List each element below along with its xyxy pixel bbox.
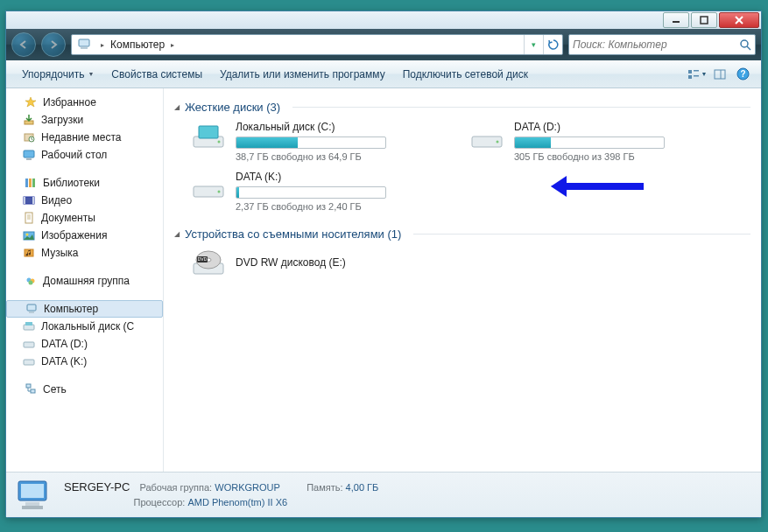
view-options-button[interactable]: ▼ [687,64,708,85]
section-removable[interactable]: ◢ Устройства со съемными носителями (1) [174,228,750,241]
drive-item[interactable]: DATA (D:) 305 ГБ свободно из 398 ГБ [469,121,722,162]
video-icon [22,193,36,207]
sidebar-item-label: Загрузки [41,114,83,126]
sidebar-computer[interactable]: Компьютер [6,300,163,318]
drive-name: DATA (K:) [236,171,444,183]
homegroup-icon [24,274,38,288]
svg-rect-10 [688,75,692,79]
svg-rect-19 [24,150,34,158]
sidebar-drive-d[interactable]: DATA (D:) [6,335,163,353]
drive-icon [22,354,36,368]
sidebar-item-label: Музыка [41,247,78,259]
network-icon [24,382,38,396]
sidebar-drive-k[interactable]: DATA (K:) [6,353,163,370]
svg-rect-21 [25,178,28,187]
svg-rect-12 [715,70,725,79]
svg-rect-53 [567,183,644,190]
capacity-bar [236,136,386,149]
chevron-right-icon: ▸ [99,41,106,49]
section-title: Жесткие диски (3) [185,101,280,114]
star-icon [24,95,38,109]
removable-grid: DVD DVD RW дисковод (E:) [190,248,750,279]
collapse-icon: ◢ [174,230,180,238]
system-properties-button[interactable]: Свойства системы [102,60,211,88]
content-pane: ◢ Жесткие диски (3) Локальный диск (C:) … [164,88,761,472]
pictures-icon [22,228,36,242]
help-button[interactable]: ? [732,64,753,85]
section-hard-disks[interactable]: ◢ Жесткие диски (3) [174,101,750,114]
drive-item[interactable]: Локальный диск (C:) 38,7 ГБ свободно из … [190,121,444,162]
chevron-right-icon: ▸ [169,41,176,49]
svg-rect-45 [31,389,35,393]
refresh-button[interactable] [543,35,562,54]
sidebar-item-label: Документы [41,212,95,224]
drive-info: 305 ГБ свободно из 398 ГБ [514,151,722,162]
sidebar-network[interactable]: Сеть [6,381,163,398]
svg-line-7 [747,46,750,50]
svg-point-48 [218,141,221,144]
forward-button[interactable] [41,32,66,57]
sidebar-item-label: Локальный диск (C [41,320,134,332]
sidebar-music[interactable]: Музыка [6,244,163,262]
workgroup-label: Рабочая группа: [139,482,212,493]
memory-label: Память: [306,482,342,493]
section-title: Устройства со съемными носителями (1) [185,228,401,241]
drive-info: 38,7 ГБ свободно из 64,9 ГБ [236,151,444,162]
sidebar-videos[interactable]: Видео [6,192,163,209]
sidebar-downloads[interactable]: Загрузки [6,111,163,129]
breadcrumb-item[interactable]: Компьютер [109,38,166,51]
sidebar-libraries[interactable]: Библиотеки [6,174,163,192]
uninstall-program-button[interactable]: Удалить или изменить программу [211,60,394,88]
computer-large-icon [15,478,53,513]
close-button[interactable] [719,12,759,28]
annotation-arrow [549,176,645,197]
address-bar[interactable]: ▸ Компьютер ▸ ▾ [71,34,563,55]
computer-icon [25,302,39,316]
address-dropdown-button[interactable]: ▾ [524,35,543,54]
sidebar-documents[interactable]: Документы [6,209,163,227]
music-icon [22,246,36,260]
sidebar-homegroup[interactable]: Домашняя группа [6,272,163,290]
drive-name: DVD RW дисковод (E:) [236,256,444,269]
svg-rect-62 [22,506,43,509]
cpu-value: AMD Phenom(tm) II X6 [187,497,287,508]
sidebar-pictures[interactable]: Изображения [6,227,163,244]
props-label: Свойства системы [111,68,202,80]
sidebar-desktop[interactable]: Рабочий стол [6,146,163,164]
sidebar-item-label: Рабочий стол [41,149,107,161]
drive-item[interactable]: DATA (K:) 2,37 ГБ свободно из 2,40 ГБ [190,171,444,212]
organize-label: Упорядочить [22,68,84,80]
organize-menu[interactable]: Упорядочить ▼ [13,60,102,88]
maximize-button[interactable] [691,12,717,28]
search-box[interactable] [568,34,756,55]
svg-rect-43 [24,360,34,365]
back-button[interactable] [11,32,36,57]
sidebar-favorites[interactable]: Избранное [6,94,163,111]
sidebar-drive-c[interactable]: Локальный диск (C [6,318,163,335]
breadcrumb[interactable]: ▸ Компьютер ▸ [96,38,524,51]
sidebar-item-label: Недавние места [41,131,121,144]
svg-rect-11 [694,75,699,77]
sidebar-item-label: DATA (K:) [41,355,87,368]
dvd-drive-icon: DVD [190,248,227,279]
favorites-label: Избранное [43,96,96,108]
minimize-button[interactable] [663,12,689,28]
search-icon [739,38,751,51]
svg-rect-4 [79,39,89,46]
computer-name: SERGEY-PC [64,480,130,494]
preview-pane-button[interactable] [709,64,730,85]
svg-rect-20 [26,158,32,160]
svg-rect-38 [27,304,36,311]
details-pane: SERGEY-PC Рабочая группа: WORKGROUP Памя… [6,472,761,517]
svg-rect-23 [32,178,35,187]
svg-point-32 [26,234,29,236]
hard-disk-icon [469,121,505,152]
svg-rect-61 [25,502,39,506]
drive-item[interactable]: DVD DVD RW дисковод (E:) [190,248,444,279]
capacity-bar [514,136,665,149]
computer-icon [75,37,93,52]
explorer-window: ▸ Компьютер ▸ ▾ Упорядочить ▼ Свойства [5,10,762,518]
sidebar-recent[interactable]: Недавние места [6,129,163,146]
map-network-drive-button[interactable]: Подключить сетевой диск [394,60,537,88]
search-input[interactable] [573,38,739,51]
